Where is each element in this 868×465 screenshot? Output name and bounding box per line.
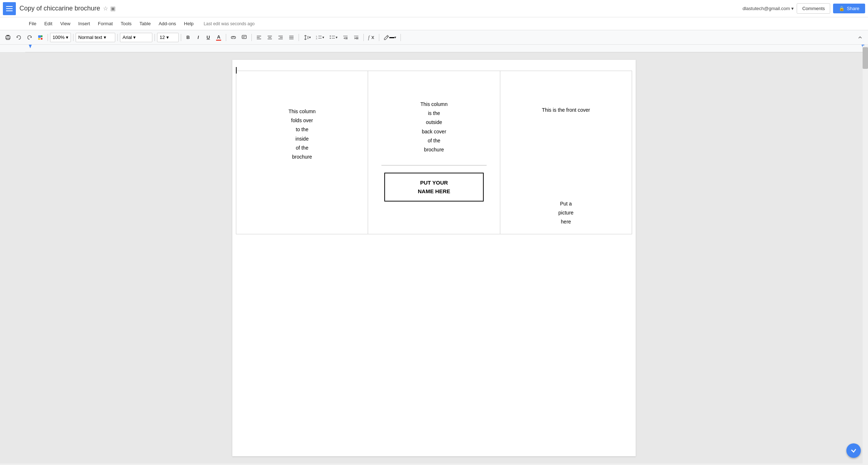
font-size-selector[interactable]: 12 ▾ — [157, 33, 179, 42]
ruler — [0, 45, 868, 53]
underline-button[interactable]: U — [203, 32, 213, 43]
separator-11 — [401, 34, 401, 41]
zoom-selector[interactable]: 100% ▾ — [50, 33, 71, 42]
line-spacing-button[interactable]: ▾ — [301, 32, 313, 43]
toolbar: 100% ▾ Normal text ▾ Arial ▾ 12 ▾ B I U … — [0, 30, 868, 45]
align-right-button[interactable] — [276, 32, 286, 43]
paint-format-button[interactable] — [35, 32, 45, 43]
share-button[interactable]: 🔒 Share — [833, 4, 865, 13]
col2-divider — [381, 165, 487, 165]
clear-formatting-button[interactable]: f — [366, 32, 377, 43]
align-center-button[interactable] — [265, 32, 275, 43]
name-box-text: PUT YOUR NAME HERE — [392, 178, 476, 196]
bulleted-list-button[interactable]: ▾ — [327, 32, 340, 43]
separator-3 — [117, 34, 118, 41]
align-justify-button[interactable] — [286, 32, 296, 43]
separator-8 — [299, 34, 299, 41]
cursor — [236, 67, 237, 74]
last-edit-status: Last edit was seconds ago — [204, 21, 255, 26]
svg-point-30 — [330, 35, 331, 36]
brochure-col1[interactable]: This column folds over to the inside of … — [236, 71, 368, 234]
svg-line-45 — [387, 36, 388, 37]
svg-text:2.: 2. — [316, 37, 318, 40]
link-button[interactable] — [228, 32, 238, 43]
col3-content: This is the front cover Put a picture he… — [507, 78, 625, 227]
text-color-button[interactable]: A — [214, 32, 224, 43]
menu-format[interactable]: Format — [94, 19, 116, 28]
svg-rect-7 — [242, 35, 246, 39]
doc-title-area: Copy of chiccarine brochure ☆ ▣ — [19, 5, 743, 12]
user-email[interactable]: dlastutech@gmail.com ▾ — [743, 6, 794, 11]
document[interactable]: This column folds over to the inside of … — [232, 60, 636, 456]
col2-top-text: This column is the outside back cover of… — [420, 78, 447, 161]
redo-button[interactable] — [24, 32, 35, 43]
bold-button[interactable]: B — [183, 32, 193, 43]
italic-button[interactable]: I — [193, 32, 203, 43]
brochure-col2[interactable]: This column is the outside back cover of… — [368, 71, 500, 234]
pen-button[interactable]: ▾ — [381, 32, 398, 43]
menu-file[interactable]: File — [25, 19, 40, 28]
app-menu-button[interactable] — [3, 2, 16, 15]
top-right-area: dlastutech@gmail.com ▾ Comments 🔒 Share — [743, 3, 865, 14]
col1-text: This column folds over to the inside of … — [243, 78, 361, 161]
menu-addons[interactable]: Add-ons — [155, 19, 179, 28]
menu-table[interactable]: Table — [136, 19, 154, 28]
undo-button[interactable] — [14, 32, 24, 43]
picture-here-text: Put a picture here — [507, 199, 625, 227]
doc-title[interactable]: Copy of chiccarine brochure — [19, 5, 100, 12]
separator-7 — [251, 34, 252, 41]
menu-view[interactable]: View — [57, 19, 74, 28]
svg-rect-4 — [41, 38, 42, 40]
separator-6 — [226, 34, 226, 41]
col2-content: This column is the outside back cover of… — [375, 78, 492, 205]
separator-2 — [73, 34, 73, 41]
top-bar: Copy of chiccarine brochure ☆ ▣ dlastute… — [0, 0, 868, 17]
folder-icon[interactable]: ▣ — [110, 5, 116, 12]
svg-rect-5 — [38, 38, 40, 40]
scrollbar[interactable] — [863, 45, 868, 464]
scrollbar-thumb[interactable] — [863, 47, 868, 69]
svg-point-32 — [330, 37, 331, 39]
name-box[interactable]: PUT YOUR NAME HERE — [384, 173, 484, 201]
comment-button[interactable] — [239, 32, 249, 43]
menu-insert[interactable]: Insert — [75, 19, 94, 28]
menu-bar: File Edit View Insert Format Tools Table… — [0, 17, 868, 30]
menu-tools[interactable]: Tools — [117, 19, 135, 28]
comments-button[interactable]: Comments — [797, 3, 830, 14]
separator-4 — [155, 34, 155, 41]
svg-text:f: f — [368, 35, 370, 40]
align-left-button[interactable] — [254, 32, 264, 43]
front-cover-text: This is the front cover — [507, 107, 625, 113]
brochure-table: This column folds over to the inside of … — [236, 71, 632, 234]
svg-rect-1 — [6, 35, 9, 36]
increase-indent-button[interactable] — [351, 32, 361, 43]
separator-1 — [48, 34, 48, 41]
style-selector[interactable]: Normal text ▾ — [76, 33, 115, 42]
lock-icon: 🔒 — [839, 6, 845, 11]
menu-edit[interactable]: Edit — [41, 19, 56, 28]
separator-9 — [363, 34, 364, 41]
document-area: This column folds over to the inside of … — [0, 53, 868, 464]
svg-rect-3 — [38, 35, 41, 38]
print-button[interactable] — [3, 32, 13, 43]
separator-5 — [181, 34, 181, 41]
separator-10 — [379, 34, 379, 41]
menu-help[interactable]: Help — [180, 19, 197, 28]
smart-compose-button[interactable] — [846, 443, 861, 458]
numbered-list-button[interactable]: 1.2. ▾ — [314, 32, 326, 43]
font-selector[interactable]: Arial ▾ — [120, 33, 152, 42]
decrease-indent-button[interactable] — [340, 32, 350, 43]
star-icon[interactable]: ☆ — [103, 5, 108, 12]
svg-rect-6 — [41, 35, 42, 37]
brochure-col3[interactable]: This is the front cover Put a picture he… — [500, 71, 632, 234]
collapse-toolbar-button[interactable] — [855, 32, 865, 43]
